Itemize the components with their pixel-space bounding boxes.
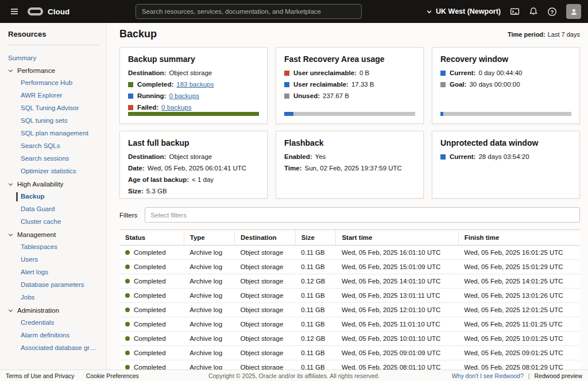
stat-value: 28 days 03:54:20: [478, 153, 529, 160]
status-text: Completed: [134, 292, 166, 299]
region-selector[interactable]: UK West (Newport): [426, 7, 501, 15]
cell-type: Archive log: [184, 303, 234, 317]
sidebar-item-alarm-definitions[interactable]: Alarm definitions: [7, 329, 99, 341]
sidebar-item-data-guard[interactable]: Data Guard: [7, 203, 99, 215]
kv-label: Age of last backup:: [128, 176, 189, 183]
filters-input[interactable]: [145, 207, 580, 223]
card-title: Backup summary: [128, 55, 259, 64]
cell-type: Archive log: [184, 346, 234, 360]
cell-status: Completed: [119, 274, 184, 289]
stat-value[interactable]: 0 backups: [161, 104, 191, 111]
cell-finish-time: Wed, 05 Feb, 2025 12:01:25 UTC: [458, 303, 580, 317]
table-row[interactable]: CompletedArchive logObject storage0.11 G…: [119, 317, 580, 332]
status-dot-icon: [125, 279, 130, 283]
sidebar-sections: PerformancePerformance HubAWR ExplorerSQ…: [7, 64, 99, 355]
cell-size: 0.11 GB: [295, 303, 336, 317]
stat-label: Unused:: [293, 92, 320, 99]
cloud-shell-icon[interactable]: [510, 7, 520, 17]
card-stat-row: Unused:237.67 B: [284, 92, 415, 99]
table-row[interactable]: CompletedArchive logObject storage0.11 G…: [119, 360, 580, 370]
top-navigation-bar: Cloud UK West (Newport) ?: [0, 0, 588, 23]
cell-size: 0.11 GB: [295, 260, 336, 274]
sidebar-item-search-sessions[interactable]: Search sessions: [7, 153, 99, 164]
notifications-bell-icon[interactable]: [529, 7, 538, 16]
sidebar-section-label: Management: [17, 231, 56, 238]
cookie-preferences-link[interactable]: Cookie Preferences: [86, 372, 139, 379]
kv-value: Sun, 02 Feb, 2025 19:37:59 UTC: [304, 165, 401, 172]
card-flashback: Flashback Enabled:YesTime:Sun, 02 Feb, 2…: [276, 131, 424, 199]
sidebar-item-backup[interactable]: Backup: [7, 190, 99, 202]
sidebar-item-sql-tuning-advisor[interactable]: SQL Tuning Advisor: [7, 102, 99, 114]
sidebar-item-alert-logs[interactable]: Alert logs: [7, 266, 99, 278]
kv-label: Destination:: [128, 69, 166, 76]
status-text: Completed: [134, 349, 166, 356]
table-row[interactable]: CompletedArchive logObject storage0.12 G…: [119, 274, 580, 289]
table-row[interactable]: CompletedArchive logObject storage0.12 G…: [119, 332, 580, 346]
sidebar-section-performance[interactable]: Performance: [7, 64, 99, 77]
terms-of-use-link[interactable]: Terms of Use and Privacy: [6, 372, 75, 379]
cell-finish-time: Wed, 05 Feb, 2025 10:01:25 UTC: [458, 332, 580, 346]
sidebar-item-users[interactable]: Users: [7, 254, 99, 265]
sidebar-item-cluster-cache[interactable]: Cluster cache: [7, 216, 99, 227]
redwood-help-link[interactable]: Why don't I see Redwood?: [452, 372, 524, 379]
sidebar-item-optimizer-statistics[interactable]: Optimizer statistics: [7, 165, 99, 177]
backup-summary-bar: [128, 112, 259, 116]
sidebar-section-management[interactable]: Management: [7, 228, 99, 241]
sidebar-item-search-sqls[interactable]: Search SQLs: [7, 140, 99, 151]
status-dot-icon: [125, 336, 130, 341]
card-kv-row: Age of last backup:< 1 day: [128, 176, 259, 183]
kv-value: Wed, 05 Feb, 2025 06:01:41 UTC: [148, 165, 246, 172]
cell-destination: Object storage: [234, 332, 295, 346]
sidebar-item-sql-tuning-sets[interactable]: SQL tuning sets: [7, 115, 99, 126]
search-input[interactable]: [136, 4, 362, 19]
page-header: Backup Time period:Last 7 days: [119, 28, 580, 40]
topbar-actions: UK West (Newport) ?: [426, 4, 581, 19]
legend-marker: [284, 82, 289, 87]
sidebar-item-sql-plan-management[interactable]: SQL plan management: [7, 127, 99, 139]
help-icon[interactable]: ?: [547, 7, 557, 17]
hamburger-menu-icon[interactable]: [7, 4, 22, 19]
cell-start-time: Wed, 05 Feb, 2025 13:01:11 UTC: [336, 289, 458, 303]
sidebar-item-awr-explorer[interactable]: AWR Explorer: [7, 90, 99, 101]
stat-value[interactable]: 0 backups: [169, 92, 199, 99]
stat-label: Current:: [450, 153, 475, 160]
stat-value[interactable]: 183 backups: [176, 81, 214, 88]
sidebar-item-credentials[interactable]: Credentials: [7, 317, 99, 328]
stat-value: 0 day 00:44:40: [478, 69, 522, 76]
column-header-finish-time: Finish time: [458, 230, 580, 246]
table-row[interactable]: CompletedArchive logObject storage0.11 G…: [119, 246, 580, 260]
sidebar-section-high-availability[interactable]: High Availability: [7, 178, 99, 190]
page-footer: Copyright © 2025, Oracle and/or its affi…: [0, 370, 588, 381]
sidebar-item-associated-database-groups[interactable]: Associated database groups: [7, 342, 99, 353]
cell-size: 0.11 GB: [295, 346, 336, 360]
sidebar-section-administration[interactable]: Administration: [7, 304, 99, 317]
legend-marker: [128, 82, 133, 87]
sidebar-item-summary[interactable]: Summary: [7, 52, 99, 64]
status-text: Completed: [134, 321, 166, 328]
sidebar-item-tablespaces[interactable]: Tablespaces: [7, 241, 99, 252]
card-stat-row: Failed:0 backups: [128, 104, 259, 111]
table-row[interactable]: CompletedArchive logObject storage0.11 G…: [119, 303, 580, 317]
cell-start-time: Wed, 05 Feb, 2025 15:01:09 UTC: [336, 260, 458, 274]
sidebar-item-database-parameters[interactable]: Database parameters: [7, 279, 99, 290]
status-text: Completed: [134, 335, 166, 342]
table-row[interactable]: CompletedArchive logObject storage0.11 G…: [119, 260, 580, 274]
table-row[interactable]: CompletedArchive logObject storage0.11 G…: [119, 346, 580, 360]
stat-label: User unreclaimable:: [293, 69, 357, 76]
card-title: Unprotected data window: [440, 138, 571, 147]
stat-label: Completed:: [137, 81, 173, 88]
sidebar-title: Resources: [8, 30, 99, 38]
sidebar-item-jobs[interactable]: Jobs: [7, 291, 99, 303]
table-body: CompletedArchive logObject storage0.11 G…: [119, 246, 580, 370]
cell-destination: Object storage: [234, 289, 295, 303]
sidebar-section-label: High Availability: [17, 181, 63, 188]
cell-start-time: Wed, 05 Feb, 2025 11:01:10 UTC: [336, 317, 458, 332]
card-stat-row: User unreclaimable:0 B: [284, 69, 415, 76]
card-stat-row: Goal:30 days 00:00:00: [440, 81, 571, 88]
footer-separator: |: [528, 372, 530, 379]
sidebar-item-performance-hub[interactable]: Performance Hub: [7, 77, 99, 88]
table-row[interactable]: CompletedArchive logObject storage0.11 G…: [119, 289, 580, 303]
cell-finish-time: Wed, 05 Feb, 2025 11:01:25 UTC: [458, 317, 580, 332]
profile-avatar[interactable]: [566, 4, 581, 19]
cell-status: Completed: [119, 246, 184, 260]
